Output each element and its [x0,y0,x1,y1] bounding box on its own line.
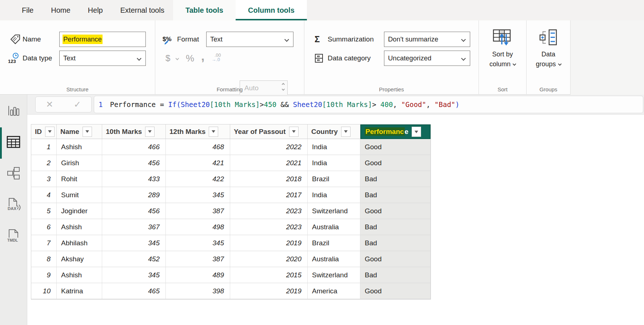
sort-by-column-button[interactable]: Sort by column [482,28,523,69]
table-row[interactable]: 8Akshay4523872020AustraliaGood [31,251,431,267]
table-cell[interactable]: 289 [102,187,166,203]
sidebar-item-tmdl-view[interactable]: TMDL [0,229,27,244]
table-cell[interactable]: India [308,187,360,203]
filter-dropdown-icon[interactable] [209,127,218,137]
table-cell[interactable]: Girish [57,155,102,171]
tab-external-tools[interactable]: External tools [112,0,173,20]
table-cell[interactable]: 1 [31,139,57,155]
tab-home[interactable]: Home [42,0,79,20]
table-cell[interactable]: Good [360,203,431,219]
table-cell[interactable]: 7 [31,235,57,251]
table-cell[interactable]: 387 [166,251,230,267]
table-cell[interactable]: 489 [166,267,230,283]
table-cell[interactable]: 2022 [230,139,308,155]
tab-help[interactable]: Help [79,0,112,20]
filter-dropdown-icon[interactable] [145,127,155,137]
table-row[interactable]: 5Joginder4563872023SwitzerlandGood [31,203,431,219]
table-cell[interactable]: Rohit [57,171,102,187]
table-cell[interactable]: Good [360,155,431,171]
table-cell[interactable]: 465 [102,283,166,299]
table-cell[interactable]: 2021 [230,155,308,171]
table-cell[interactable]: Akshay [57,251,102,267]
table-cell[interactable]: Sumit [57,187,102,203]
table-cell[interactable]: 421 [166,155,230,171]
sidebar-item-dax-query-view[interactable]: DAX [0,198,27,213]
filter-dropdown-icon[interactable] [289,127,299,137]
table-cell[interactable]: 4 [31,187,57,203]
data-groups-button[interactable]: Data groups [528,28,569,69]
table-cell[interactable]: Bad [360,171,431,187]
table-cell[interactable]: 387 [166,203,230,219]
table-cell[interactable]: 2 [31,155,57,171]
table-cell[interactable]: Good [360,139,431,155]
table-cell[interactable]: 9 [31,267,57,283]
table-cell[interactable]: 367 [102,219,166,235]
table-cell[interactable]: Bad [360,187,431,203]
table-cell[interactable]: 433 [102,171,166,187]
table-cell[interactable]: Ashish [57,267,102,283]
sidebar-item-report-view[interactable] [0,104,27,119]
table-row[interactable]: 4Sumit2893452017IndiaBad [31,187,431,203]
table-cell[interactable]: Bad [360,267,431,283]
table-cell[interactable]: Australia [308,219,360,235]
table-cell[interactable]: Ashish [57,139,102,155]
table-cell[interactable]: 2019 [230,283,308,299]
column-header-country[interactable]: Country [308,124,360,139]
table-row[interactable]: 6Ashish3674982023AustraliaBad [31,219,431,235]
commit-formula-button[interactable]: ✓ [74,99,81,110]
table-cell[interactable]: 345 [102,267,166,283]
sidebar-item-table-view[interactable] [0,135,27,150]
table-cell[interactable]: 2020 [230,251,308,267]
tab-column-tools[interactable]: Column tools [236,0,307,20]
filter-dropdown-icon[interactable] [341,127,351,137]
currency-chevron-icon[interactable] [176,50,179,66]
table-cell[interactable]: 8 [31,251,57,267]
table-cell[interactable]: Ashish [57,219,102,235]
table-cell[interactable]: 468 [166,139,230,155]
column-header-10th-marks[interactable]: 10th Marks [102,124,166,139]
cancel-formula-button[interactable]: ✕ [46,99,53,110]
column-header-12th-marks[interactable]: 12th Marks [166,124,230,139]
table-cell[interactable]: 345 [102,235,166,251]
column-header-performance[interactable]: Performance [360,124,431,139]
table-cell[interactable]: India [308,139,360,155]
table-cell[interactable]: 466 [102,139,166,155]
table-cell[interactable]: Switzerland [308,267,360,283]
table-cell[interactable]: Good [360,251,431,267]
table-row[interactable]: 7Abhilash3453452019BrazilBad [31,235,431,251]
table-cell[interactable]: Joginder [57,203,102,219]
column-header-year-of-passout[interactable]: Year of Passout [230,124,308,139]
table-cell[interactable]: 6 [31,219,57,235]
table-cell[interactable]: Switzerland [308,203,360,219]
table-cell[interactable]: 456 [102,155,166,171]
table-row[interactable]: 10Katrina4653982019AmericaGood [31,283,431,299]
table-cell[interactable]: 456 [102,203,166,219]
percent-format-button[interactable]: % [186,50,194,66]
table-cell[interactable]: 398 [166,283,230,299]
formula-input[interactable]: 1 Performance = If(Sheet20[10th Marks]>4… [94,96,643,113]
table-cell[interactable]: 2018 [230,171,308,187]
table-row[interactable]: 3Rohit4334222018BrazilBad [31,171,431,187]
table-cell[interactable]: Bad [360,219,431,235]
table-cell[interactable]: 2017 [230,187,308,203]
table-cell[interactable]: America [308,283,360,299]
data-category-select[interactable]: Uncategorized [384,51,470,66]
table-cell[interactable]: 3 [31,171,57,187]
table-cell[interactable]: Australia [308,251,360,267]
table-cell[interactable]: Brazil [308,171,360,187]
table-cell[interactable]: 345 [166,187,230,203]
column-header-id[interactable]: ID [31,124,57,139]
table-cell[interactable]: 422 [166,171,230,187]
currency-format-button[interactable]: $ [165,50,170,66]
table-row[interactable]: 9Ashish3454892015SwitzerlandBad [31,267,431,283]
table-cell[interactable]: Brazil [308,235,360,251]
decimal-places-icon[interactable]: .00 →.0 [212,53,221,62]
filter-dropdown-icon[interactable] [45,127,55,137]
table-cell[interactable]: Katrina [57,283,102,299]
tab-table-tools[interactable]: Table tools [173,0,236,20]
table-cell[interactable]: 10 [31,283,57,299]
thousands-separator-button[interactable]: , [201,48,204,64]
table-cell[interactable]: Bad [360,235,431,251]
table-cell[interactable]: 2015 [230,267,308,283]
table-cell[interactable]: 498 [166,219,230,235]
